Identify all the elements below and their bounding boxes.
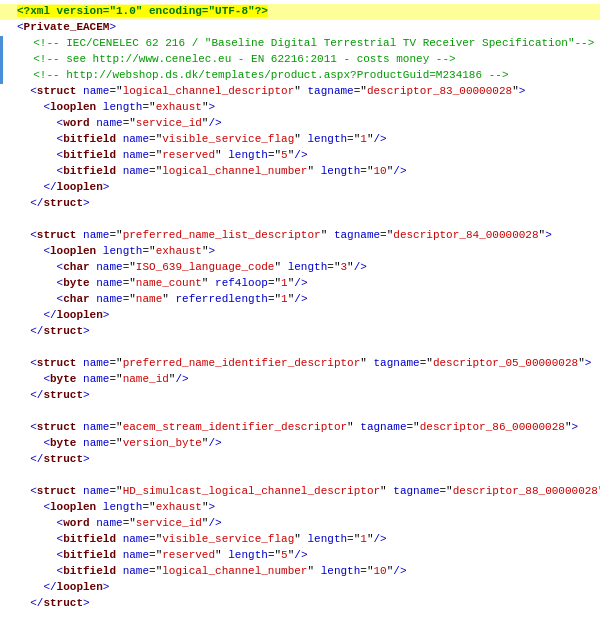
line-content: <struct name="logical_channel_descriptor… — [15, 84, 598, 100]
code-line: <word name="service_id"/> — [0, 116, 600, 132]
line-content: </looplen> — [15, 308, 598, 324]
code-line: <bitfield name="reserved" length="5"/> — [0, 148, 600, 164]
code-line: <struct name="preferred_name_list_descri… — [0, 228, 600, 244]
line-content: <looplen length="exhaust"> — [15, 244, 598, 260]
line-content: <byte name="name_id"/> — [15, 372, 598, 388]
code-line: <bitfield name="visible_service_flag" le… — [0, 132, 600, 148]
line-content: </looplen> — [15, 580, 598, 596]
code-line: <byte name="version_byte"/> — [0, 436, 600, 452]
line-content: <Private_EACEM> — [15, 20, 598, 36]
line-content: <bitfield name="reserved" length="5"/> — [15, 148, 598, 164]
code-line — [0, 212, 600, 228]
code-line: <Private_EACEM> — [0, 20, 600, 36]
code-line: </looplen> — [0, 180, 600, 196]
line-content: <byte name="version_byte"/> — [15, 436, 598, 452]
code-line: <bitfield name="reserved" length="5"/> — [0, 548, 600, 564]
line-content: <!-- IEC/CENELEC 62 216 / "Baseline Digi… — [18, 36, 598, 52]
line-content: </struct> — [15, 388, 598, 404]
code-line: <byte name="name_count" ref4loop="1"/> — [0, 276, 600, 292]
line-content — [15, 340, 598, 354]
code-line: <struct name="logical_channel_descriptor… — [0, 84, 600, 100]
line-content — [15, 468, 598, 482]
code-line: <struct name="eacem_stream_identifier_de… — [0, 420, 600, 436]
code-line: <looplen length="exhaust"> — [0, 100, 600, 116]
code-line: <!-- see http://www.cenelec.eu - EN 6221… — [0, 52, 600, 68]
code-line: <bitfield name="logical_channel_number" … — [0, 164, 600, 180]
code-line: <char name="name" referredlength="1"/> — [0, 292, 600, 308]
line-content — [15, 612, 598, 626]
line-content: <bitfield name="visible_service_flag" le… — [15, 132, 598, 148]
code-line: <bitfield name="visible_service_flag" le… — [0, 532, 600, 548]
code-line — [0, 404, 600, 420]
line-content: <struct name="HD_simulcast_logical_chann… — [15, 484, 600, 500]
line-content: <char name="name" referredlength="1"/> — [15, 292, 598, 308]
code-line: <bitfield name="logical_channel_number" … — [0, 564, 600, 580]
code-line: <struct name="preferred_name_identifier_… — [0, 356, 600, 372]
code-line: <!-- http://webshop.ds.dk/templates/prod… — [0, 68, 600, 84]
line-content: <word name="service_id"/> — [15, 516, 598, 532]
code-line: <!-- IEC/CENELEC 62 216 / "Baseline Digi… — [0, 36, 600, 52]
code-line: <struct name="HD_simulcast_logical_chann… — [0, 484, 600, 500]
line-content: <looplen length="exhaust"> — [15, 500, 598, 516]
line-content: <struct name="preferred_name_list_descri… — [15, 228, 598, 244]
line-content: <struct name="eacem_stream_identifier_de… — [15, 420, 598, 436]
line-content: <bitfield name="visible_service_flag" le… — [15, 532, 598, 548]
line-content: </struct> — [15, 324, 598, 340]
line-content: <?xml version="1.0" encoding="UTF-8"?> — [15, 4, 598, 20]
line-content: <bitfield name="logical_channel_number" … — [15, 564, 598, 580]
line-content: <looplen length="exhaust"> — [15, 100, 598, 116]
code-line: <looplen length="exhaust"> — [0, 500, 600, 516]
code-line: </struct> — [0, 324, 600, 340]
code-line: <char name="ISO_639_language_code" lengt… — [0, 260, 600, 276]
line-content — [15, 404, 598, 418]
line-content: <byte name="name_count" ref4loop="1"/> — [15, 276, 598, 292]
line-content: </looplen> — [15, 180, 598, 196]
code-line: </struct> — [0, 196, 600, 212]
line-content: <char name="ISO_639_language_code" lengt… — [15, 260, 598, 276]
code-line: <byte name="name_id"/> — [0, 372, 600, 388]
line-content: <struct name="preferred_name_identifier_… — [15, 356, 598, 372]
line-content: <bitfield name="reserved" length="5"/> — [15, 548, 598, 564]
code-line: </struct> — [0, 596, 600, 612]
code-line: </looplen> — [0, 308, 600, 324]
code-line — [0, 612, 600, 626]
code-line — [0, 468, 600, 484]
code-line: </struct> — [0, 388, 600, 404]
code-line: <looplen length="exhaust"> — [0, 244, 600, 260]
line-content: <!-- see http://www.cenelec.eu - EN 6221… — [18, 52, 598, 68]
line-content: <!-- http://webshop.ds.dk/templates/prod… — [18, 68, 598, 84]
line-content: <word name="service_id"/> — [15, 116, 598, 132]
line-content: </struct> — [15, 596, 598, 612]
code-line: <word name="service_id"/> — [0, 516, 600, 532]
code-line — [0, 340, 600, 356]
code-line: <?xml version="1.0" encoding="UTF-8"?> — [0, 4, 600, 20]
line-content: </struct> — [15, 452, 598, 468]
line-content: </struct> — [15, 196, 598, 212]
code-line: </struct> — [0, 452, 600, 468]
code-container: <?xml version="1.0" encoding="UTF-8"?><P… — [0, 0, 600, 626]
code-line: </looplen> — [0, 580, 600, 596]
line-content: <bitfield name="logical_channel_number" … — [15, 164, 598, 180]
line-content — [15, 212, 598, 226]
